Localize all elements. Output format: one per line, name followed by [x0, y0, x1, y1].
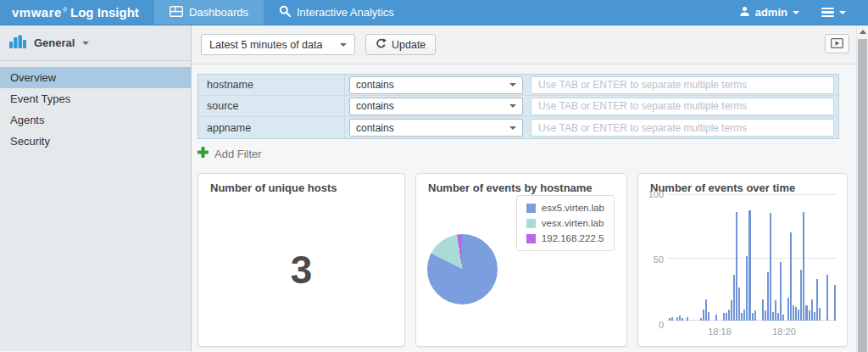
- present-mode-button[interactable]: [825, 34, 849, 53]
- main-panel: Latest 5 minutes of data Update hostname: [192, 25, 868, 351]
- tab-label: Dashboards: [189, 6, 248, 19]
- y-axis-tick: 50: [640, 254, 664, 265]
- brand-name: vmware: [12, 5, 62, 20]
- bar-series: [669, 194, 837, 321]
- operator-value: contains: [356, 79, 394, 91]
- bar: [736, 212, 737, 321]
- widget-row: Number of unique hosts 3 Number of event…: [198, 173, 868, 347]
- filter-value-input-appname[interactable]: [531, 119, 834, 137]
- update-label: Update: [392, 39, 426, 51]
- user-menu[interactable]: admin: [739, 6, 799, 20]
- sidebar-item-event-types[interactable]: Event Types: [0, 88, 191, 109]
- add-filter-button[interactable]: Add Filter: [198, 147, 868, 160]
- update-button[interactable]: Update: [365, 34, 436, 55]
- bar: [728, 310, 730, 321]
- legend-label: esx5.virten.lab: [542, 203, 604, 213]
- filter-operator-select-hostname[interactable]: contains: [349, 76, 523, 94]
- y-axis-tick: 0: [640, 320, 664, 330]
- bar: [703, 310, 704, 321]
- bar: [780, 262, 782, 321]
- bar: [795, 307, 797, 321]
- filter-row-hostname: hostname contains: [198, 75, 838, 96]
- hamburger-icon: [821, 8, 834, 18]
- sidebar-item-overview[interactable]: Overview: [0, 67, 191, 88]
- widget-title: Number of unique hosts: [198, 174, 404, 194]
- sidebar-item-agents[interactable]: Agents: [0, 109, 191, 131]
- operator-value: contains: [356, 122, 394, 134]
- filter-field-label: appname: [198, 122, 344, 134]
- bar: [762, 299, 764, 321]
- filter-operator-select-source[interactable]: contains: [349, 98, 523, 115]
- tab-interactive-analytics[interactable]: Interactive Analytics: [264, 0, 409, 25]
- legend-label: 192.168.222.5: [542, 233, 604, 243]
- bar: [723, 313, 725, 321]
- bar: [708, 312, 709, 321]
- toolbar: Latest 5 minutes of data Update: [192, 25, 868, 64]
- widget-title: Number of events by hostname: [416, 174, 626, 194]
- bar: [787, 298, 789, 321]
- widget-events-by-hostname[interactable]: Number of events by hostname esx5.virten…: [415, 173, 627, 347]
- dashboard-group-selector[interactable]: General: [0, 25, 191, 61]
- bar: [834, 285, 836, 321]
- bar: [803, 212, 804, 321]
- y-axis-tick: 100: [640, 189, 664, 199]
- plus-icon: [198, 147, 209, 160]
- bar: [775, 300, 776, 321]
- bar: [669, 318, 670, 321]
- bar-chart-icon: [9, 35, 26, 51]
- chevron-down-icon: [509, 83, 516, 87]
- filter-field-label: source: [198, 100, 344, 112]
- time-range-select[interactable]: Latest 5 minutes of data: [201, 34, 355, 55]
- chevron-down-icon: [509, 104, 516, 108]
- pie-chart[interactable]: [427, 234, 498, 305]
- bar: [726, 313, 727, 321]
- top-navbar: vmware® Log Insight Dashboards Interacti…: [0, 0, 868, 25]
- bar: [805, 305, 807, 321]
- bar: [819, 308, 821, 321]
- operator-value: contains: [356, 100, 394, 112]
- group-label: General: [34, 36, 75, 49]
- scrollbar-thumb[interactable]: [858, 39, 867, 352]
- scroll-up-arrow[interactable]: [857, 25, 868, 38]
- sidebar: General Overview Event Types Agents Secu…: [0, 25, 192, 351]
- nav-tabs: Dashboards Interactive Analytics: [154, 0, 409, 25]
- add-filter-label: Add Filter: [214, 148, 262, 160]
- time-range-value: Latest 5 minutes of data: [209, 39, 322, 51]
- main-menu-button[interactable]: [821, 8, 846, 18]
- widget-unique-hosts[interactable]: Number of unique hosts 3: [198, 173, 405, 347]
- filter-row-source: source contains: [198, 96, 838, 117]
- tab-label: Interactive Analytics: [297, 6, 394, 19]
- filter-value-input-hostname[interactable]: [531, 76, 834, 94]
- vertical-scrollbar[interactable]: [856, 25, 868, 352]
- widget-title: Number of events over time: [638, 174, 847, 194]
- legend-item: 192.168.222.5: [526, 233, 604, 243]
- bar: [777, 313, 779, 321]
- tab-dashboards[interactable]: Dashboards: [154, 0, 264, 25]
- legend-swatch: [526, 219, 536, 228]
- filter-field-label: hostname: [198, 79, 344, 91]
- legend-item: vesx.virten.lab: [526, 218, 604, 228]
- present-icon: [831, 36, 843, 52]
- widget-events-over-time[interactable]: Number of events over time 100 50 0 18:1…: [637, 173, 848, 347]
- navbar-right: admin: [739, 0, 868, 25]
- bar: [741, 313, 743, 321]
- bar: [811, 299, 813, 321]
- bar: [809, 310, 810, 321]
- filter-operator-select-appname[interactable]: contains: [349, 119, 523, 137]
- filter-row-appname: appname contains: [198, 117, 838, 138]
- legend-item: esx5.virten.lab: [526, 203, 604, 213]
- bar: [767, 272, 769, 321]
- bar: [748, 210, 750, 321]
- filter-value-input-source[interactable]: [531, 98, 834, 115]
- bar: [687, 317, 688, 321]
- bar: [770, 213, 771, 321]
- x-axis-tick: 18:20: [772, 327, 796, 337]
- sidebar-item-security[interactable]: Security: [0, 131, 191, 152]
- dashboards-icon: [170, 6, 183, 20]
- chevron-down-icon: [82, 42, 89, 45]
- bar: [731, 300, 732, 321]
- refresh-icon: [376, 38, 387, 52]
- pie-legend: esx5.virten.lab vesx.virten.lab 192.168.…: [516, 195, 615, 251]
- unique-hosts-value: 3: [198, 247, 404, 293]
- bar: [671, 317, 673, 321]
